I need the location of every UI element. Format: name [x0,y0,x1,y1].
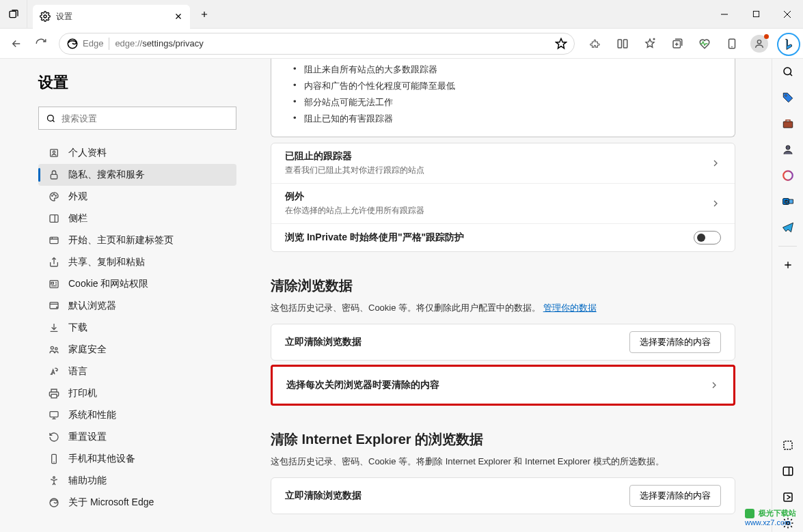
plus-icon [782,260,793,270]
browser-icon [48,300,60,312]
sidebar-panel[interactable] [779,462,797,480]
collections-icon [671,38,683,50]
clear-on-close-card[interactable]: 选择每次关闭浏览器时要清除的内容 [271,365,735,406]
nav-system[interactable]: 系统和性能 [38,404,236,426]
nav-label: 个人资料 [68,147,107,159]
outlook-icon: O [782,195,794,208]
manage-data-link[interactable]: 管理你的数据 [543,303,597,313]
svg-point-12 [48,115,54,121]
favorites-button[interactable] [638,31,662,56]
search-input[interactable] [62,113,229,124]
nav-label: 系统和性能 [68,409,116,421]
inprivate-strict-toggle[interactable] [694,231,721,244]
favorite-star-icon[interactable] [555,38,567,50]
sidebar-screenshot[interactable] [779,436,797,454]
sidebar-add[interactable] [779,256,797,274]
nav-sidebar[interactable]: 侧栏 [38,208,236,229]
toggle-knob [697,234,705,242]
extensions-button[interactable] [583,31,608,56]
nav-phone[interactable]: 手机和其他设备 [38,448,236,470]
nav-cookies[interactable]: Cookie 和网站权限 [38,273,236,295]
tracking-bullet: 阻止已知的有害跟踪器 [285,111,721,127]
ie-clear-now-card: 立即清除浏览数据 选择要清除的内容 [271,477,735,514]
choose-clear-button[interactable]: 选择要清除的内容 [629,331,721,353]
refresh-button[interactable] [29,31,53,56]
divider [778,246,797,247]
avatar [750,35,768,53]
main-layout: 设置 个人资料 隐私、搜索和服务 外观 侧栏 开始、主页和新建标签页 共享、复制… [0,59,803,532]
nav-profile[interactable]: 个人资料 [38,142,236,164]
profile-button[interactable] [747,31,772,56]
nav-printers[interactable]: 打印机 [38,382,236,404]
exceptions-row[interactable]: 例外 在你选择的站点上允许使用所有跟踪器 [271,183,735,223]
split-screen-button[interactable] [610,31,635,56]
app-button[interactable] [720,31,744,56]
tab-actions-button[interactable] [0,0,27,29]
nav-label: 侧栏 [68,212,87,225]
svg-point-8 [757,40,761,43]
bing-chat-button[interactable] [777,33,800,56]
nav-downloads[interactable]: 下载 [38,317,236,339]
back-button[interactable] [4,31,29,56]
language-icon [48,365,60,378]
close-icon[interactable] [174,12,183,21]
nav-accessibility[interactable]: 辅助功能 [38,470,236,492]
collections-button[interactable] [665,31,690,56]
svg-point-1 [44,15,46,18]
nav-languages[interactable]: 语言 [38,361,236,382]
sidebar-tools[interactable] [779,115,797,132]
clear-now-row: 立即清除浏览数据 选择要清除的内容 [271,324,735,360]
download-icon [48,322,60,334]
nav-appearance[interactable]: 外观 [38,186,236,208]
tabs-icon [8,9,19,20]
close-window-button[interactable] [772,0,803,29]
clear-data-heading: 清除浏览数据 [271,277,735,295]
palette-icon [48,191,60,203]
nav-privacy[interactable]: 隐私、搜索和服务 [38,164,236,186]
maximize-button[interactable] [740,0,772,29]
svg-rect-26 [51,394,57,397]
svg-point-17 [53,194,54,195]
settings-nav: 个人资料 隐私、搜索和服务 外观 侧栏 开始、主页和新建标签页 共享、复制和粘贴… [38,142,236,514]
sidebar-games[interactable] [779,141,797,158]
arrow-left-icon [10,38,23,50]
svg-rect-2 [753,11,759,16]
ie-choose-clear-button[interactable]: 选择要清除的内容 [629,485,721,507]
clear-data-sub: 这包括历史记录、密码、Cookie 等。将仅删除此用户配置中的数据。 管理你的数… [271,302,735,314]
mobile-icon [726,38,738,50]
svg-point-16 [52,195,53,196]
svg-rect-4 [618,40,621,48]
watermark: 极光下载站 www.xz7.com [745,508,796,527]
browser-tab[interactable]: 设置 [33,5,190,29]
sidebar-expand[interactable] [779,488,797,506]
capture-icon [782,439,794,451]
sidebar-outlook[interactable]: O [779,193,797,210]
svg-rect-19 [50,215,58,223]
tracking-level-card: 阻止来自所有站点的大多数跟踪器 内容和广告的个性化程度可能降至最低 部分站点可能… [271,59,735,137]
refresh-icon [35,38,47,50]
address-url: edge://settings/privacy [115,38,555,48]
inprivate-strict-title: 浏览 InPrivate 时始终使用"严格"跟踪防护 [285,232,464,244]
puzzle-icon [589,38,601,50]
svg-rect-5 [624,40,627,48]
svg-point-24 [51,346,53,349]
nav-family[interactable]: 家庭安全 [38,339,236,361]
nav-start[interactable]: 开始、主页和新建标签页 [38,229,236,251]
new-tab-button[interactable] [194,4,215,25]
clear-on-close-row[interactable]: 选择每次关闭浏览器时要清除的内容 [273,367,733,404]
address-bar[interactable]: Edge edge://settings/privacy [59,33,575,55]
settings-search[interactable] [38,107,236,130]
nav-default-browser[interactable]: 默认浏览器 [38,295,236,317]
nav-reset[interactable]: 重置设置 [38,426,236,448]
settings-content[interactable]: 阻止来自所有站点的大多数跟踪器 内容和广告的个性化程度可能降至最低 部分站点可能… [253,59,803,532]
nav-share[interactable]: 共享、复制和粘贴 [38,251,236,273]
sidebar-telegram[interactable] [779,219,797,236]
blocked-trackers-row[interactable]: 已阻止的跟踪器 查看我们已阻止其对你进行跟踪的站点 [271,143,735,183]
performance-button[interactable] [692,31,717,56]
nav-label: 语言 [68,365,87,378]
nav-about[interactable]: 关于 Microsoft Edge [38,492,236,514]
minimize-button[interactable] [709,0,740,29]
sidebar-office[interactable] [779,167,797,184]
sidebar-shopping[interactable] [779,89,797,107]
sidebar-search[interactable] [779,63,797,81]
